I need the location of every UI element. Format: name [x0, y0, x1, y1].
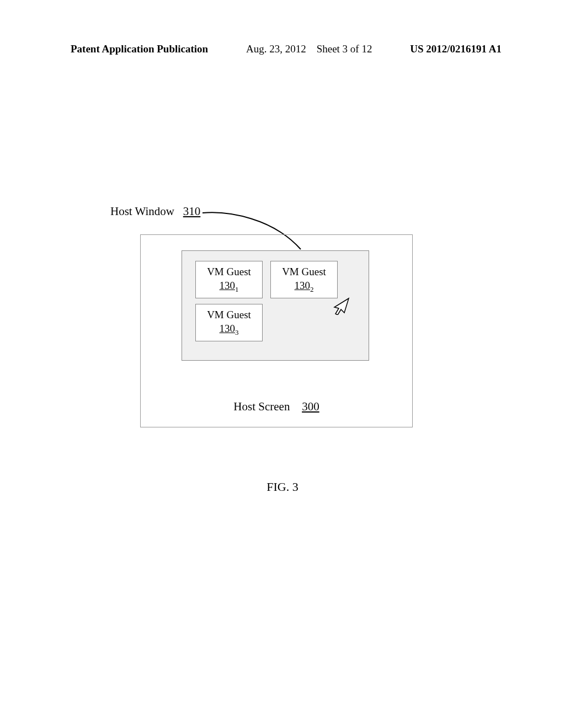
host-window-label: Host Window 310 — [110, 205, 200, 218]
vm-guest-title-3: VM Guest — [207, 308, 251, 322]
vm-guest-ref-2: 1302 — [295, 279, 314, 295]
vm-guest-box-2: VM Guest 1302 — [270, 261, 338, 298]
vm-guest-box-3: VM Guest 1303 — [195, 304, 263, 341]
vm-guest-refnum-3: 130 — [220, 323, 236, 334]
header-publication: Patent Application Publication — [71, 43, 208, 55]
host-screen-ref: 300 — [302, 400, 319, 413]
host-window-ref: 310 — [183, 205, 201, 218]
vm-guest-sub-3: 3 — [235, 328, 239, 336]
host-screen-label: Host Screen 300 — [141, 400, 412, 414]
host-window-box: VM Guest 1301 VM Guest 1302 VM Guest 130… — [182, 250, 369, 361]
page-header: Patent Application Publication Aug. 23, … — [0, 43, 565, 55]
host-screen-box: VM Guest 1301 VM Guest 1302 VM Guest 130… — [140, 234, 413, 427]
figure-label: FIG. 3 — [0, 480, 565, 494]
vm-guest-title-1: VM Guest — [207, 265, 251, 279]
vm-guest-sub-1: 1 — [235, 285, 239, 293]
host-window-text: Host Window — [110, 205, 174, 218]
header-pubno: US 2012/0216191 A1 — [410, 43, 502, 55]
vm-guest-refnum-1: 130 — [220, 280, 236, 291]
vm-guest-refnum-2: 130 — [295, 280, 311, 291]
header-middle: Aug. 23, 2012 Sheet 3 of 12 — [246, 43, 372, 55]
vm-guest-sub-2: 2 — [310, 285, 314, 293]
cursor-icon — [332, 296, 351, 315]
vm-guest-ref-3: 1303 — [220, 322, 239, 338]
header-date: Aug. 23, 2012 — [246, 43, 306, 55]
header-sheet: Sheet 3 of 12 — [317, 43, 372, 55]
vm-guest-box-1: VM Guest 1301 — [195, 261, 263, 298]
vm-guest-title-2: VM Guest — [282, 265, 326, 279]
vm-guest-ref-1: 1301 — [220, 279, 239, 295]
host-screen-text: Host Screen — [233, 400, 290, 413]
